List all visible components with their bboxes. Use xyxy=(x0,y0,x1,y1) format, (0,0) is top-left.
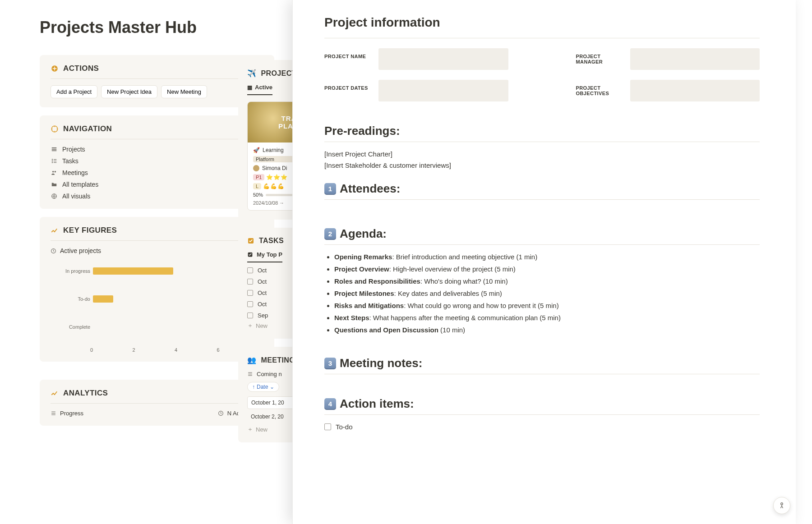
svg-point-5 xyxy=(52,159,53,160)
agenda-item: Next Steps: What happens after the meeti… xyxy=(334,314,760,322)
label-project-objectives: PROJECT OBJECTIVES xyxy=(576,80,630,101)
svg-point-9 xyxy=(52,162,53,163)
analytics-icon xyxy=(51,389,59,397)
panel-title: Project information xyxy=(324,15,760,30)
svg-rect-3 xyxy=(52,149,57,150)
grid-icon: ▦ xyxy=(247,84,252,91)
nav-templates[interactable]: All templates xyxy=(51,181,263,188)
sort-date-button[interactable]: ↑ Date ⌄ xyxy=(247,382,279,392)
muscle-icons: 💪💪💪 xyxy=(263,183,285,189)
svg-rect-2 xyxy=(52,147,57,148)
stack-icon xyxy=(51,146,58,153)
svg-rect-10 xyxy=(54,162,56,163)
svg-point-7 xyxy=(52,161,53,161)
agenda-item: Opening Remarks: Brief introduction and … xyxy=(334,253,760,261)
chevron-down-icon: ⌄ xyxy=(270,384,274,390)
pre-reading-item: [Insert Project Charter] xyxy=(324,150,760,158)
rocket-icon: 🚀 xyxy=(253,147,260,153)
actions-heading: ACTIONS xyxy=(63,64,99,73)
list-icon xyxy=(51,157,58,165)
svg-point-11 xyxy=(52,171,54,173)
globe-icon xyxy=(51,193,58,200)
chart-bar-in-progress xyxy=(93,267,173,275)
chart-icon xyxy=(51,226,59,234)
input-project-dates[interactable] xyxy=(378,80,508,101)
navigation-heading: NAVIGATION xyxy=(63,124,112,133)
action-items-heading: 4 Action items: xyxy=(324,397,760,411)
svg-rect-23 xyxy=(248,375,252,376)
active-projects-tab[interactable]: Active projects xyxy=(51,247,263,254)
help-button[interactable] xyxy=(773,497,790,514)
level-badge: L xyxy=(253,183,261,189)
key-figures-chart: In progress 4 To-do 1 Complete 0 xyxy=(51,263,263,353)
analytics-progress-tab[interactable]: Progress xyxy=(51,410,83,417)
detail-panel: Project information PROJECT NAME PROJECT… xyxy=(292,0,796,524)
meeting-notes-heading: 3 Meeting notes: xyxy=(324,356,760,370)
check-icon xyxy=(247,252,253,257)
number-2-icon: 2 xyxy=(324,228,336,240)
svg-rect-4 xyxy=(52,150,57,151)
new-meeting-button[interactable]: New Meeting xyxy=(161,85,207,98)
priority-badge: P1 xyxy=(253,174,264,180)
agenda-item: Questions and Open Discussion (10 min) xyxy=(334,326,760,334)
checkbox[interactable] xyxy=(324,423,331,430)
checkbox[interactable] xyxy=(247,267,253,273)
new-idea-button[interactable]: New Project Idea xyxy=(101,85,157,98)
agenda-item: Project Overview: High-level overview of… xyxy=(334,265,760,273)
agenda-item: Risks and Mitigations: What could go wro… xyxy=(334,302,760,309)
list-icon xyxy=(51,410,56,416)
star-icons: ⭐⭐⭐ xyxy=(266,174,288,180)
svg-point-12 xyxy=(55,171,56,173)
chart-x-axis: 0 2 4 6 8 xyxy=(90,347,263,353)
clock-icon xyxy=(218,410,224,416)
svg-point-24 xyxy=(781,503,783,505)
checkbox[interactable] xyxy=(247,279,253,285)
svg-rect-21 xyxy=(248,372,252,373)
nav-visuals[interactable]: All visuals xyxy=(51,193,263,200)
checkbox[interactable] xyxy=(247,290,253,296)
clock-icon xyxy=(51,248,56,254)
key-figures-heading: KEY FIGURES xyxy=(63,226,117,235)
label-project-name: PROJECT NAME xyxy=(324,48,378,70)
label-project-manager: PROJECT MANAGER xyxy=(576,48,630,70)
checkbox[interactable] xyxy=(247,313,253,318)
svg-rect-6 xyxy=(54,159,56,160)
agenda-list: Opening Remarks: Brief introduction and … xyxy=(324,253,760,334)
agenda-item: Project Milestones: Key dates and delive… xyxy=(334,290,760,297)
svg-rect-22 xyxy=(248,374,252,374)
plus-circle-icon xyxy=(51,64,59,73)
input-project-objectives[interactable] xyxy=(630,80,760,101)
label-project-dates: PROJECT DATES xyxy=(324,80,378,101)
svg-rect-15 xyxy=(51,412,55,412)
pre-reading-item: [Insert Stakeholder & customer interview… xyxy=(324,161,760,169)
folder-icon xyxy=(51,181,58,188)
tasks-tab[interactable]: My Top P xyxy=(247,251,282,262)
plane-icon: ✈️ xyxy=(247,69,256,78)
number-1-icon: 1 xyxy=(324,183,336,195)
tab-active[interactable]: ▦ Active xyxy=(247,84,272,95)
number-3-icon: 3 xyxy=(324,358,336,369)
list-icon xyxy=(247,371,253,377)
checkbox[interactable] xyxy=(247,301,253,307)
avatar xyxy=(253,165,259,171)
number-4-icon: 4 xyxy=(324,398,336,410)
input-project-manager[interactable] xyxy=(630,48,760,70)
nav-meetings[interactable]: Meetings xyxy=(51,169,263,176)
analytics-heading: ANALYTICS xyxy=(63,389,108,398)
svg-rect-17 xyxy=(51,414,55,415)
attendees-heading: 1 Attendees: xyxy=(324,182,760,196)
svg-rect-8 xyxy=(54,161,56,161)
pre-readings-heading: Pre-readings: xyxy=(324,124,760,138)
arrow-up-icon: ↑ xyxy=(252,384,255,390)
nav-tasks[interactable]: Tasks xyxy=(51,157,263,165)
page-title: Projects Master Hub xyxy=(40,18,274,37)
people-icon: 👥 xyxy=(247,356,256,364)
add-project-button[interactable]: Add a Project xyxy=(51,85,97,98)
action-item-row[interactable]: To-do xyxy=(324,423,760,431)
svg-rect-16 xyxy=(51,413,55,414)
agenda-heading: 2 Agenda: xyxy=(324,227,760,241)
people-icon xyxy=(51,169,58,176)
input-project-name[interactable] xyxy=(378,48,508,70)
nav-projects[interactable]: Projects xyxy=(51,146,263,153)
agenda-item: Roles and Responsibilities: Who's doing … xyxy=(334,277,760,285)
